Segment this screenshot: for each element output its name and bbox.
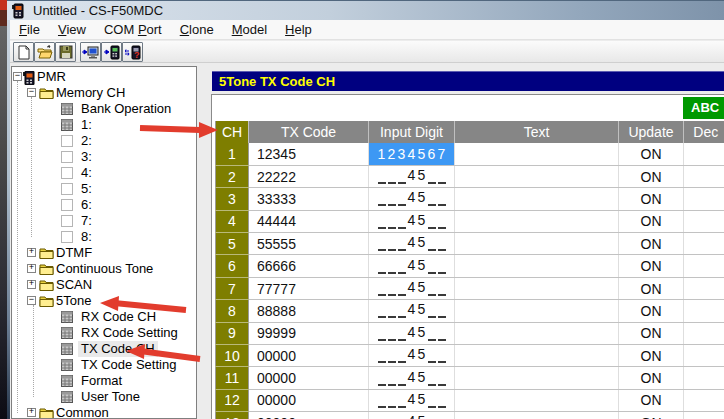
tree-item-memory-ch[interactable]: Memory CH — [53, 85, 128, 101]
cell-input-digit-9[interactable]: 45 — [369, 322, 455, 344]
cell-tx-code-2[interactable]: 22222 — [249, 165, 369, 187]
cell-input-digit-2[interactable]: 45 — [369, 165, 455, 187]
cell-tx-code-3[interactable]: 33333 — [249, 188, 369, 210]
cell-update-13[interactable]: ON — [619, 412, 684, 419]
cell-text-9[interactable] — [455, 322, 619, 344]
cell-tx-code-7[interactable]: 77777 — [249, 277, 369, 299]
cell-tx-code-5[interactable]: 55555 — [249, 233, 369, 255]
tree-item-7[interactable]: 7: — [78, 213, 95, 229]
abc-button[interactable]: ABC — [683, 97, 724, 119]
tree-item-dtmf[interactable]: DTMF — [53, 245, 95, 261]
cell-update-1[interactable]: ON — [619, 143, 684, 165]
cell-input-digit-11[interactable]: 45 — [369, 367, 455, 389]
tree-item-common[interactable]: Common — [53, 405, 112, 419]
tree-item-1[interactable]: 1: — [78, 117, 95, 133]
cell-text-6[interactable] — [455, 255, 619, 277]
expand-toggle-continuous-tone[interactable]: + — [27, 264, 36, 273]
cell-input-digit-7[interactable]: 45 — [369, 277, 455, 299]
cell-input-digit-5[interactable]: 45 — [369, 233, 455, 255]
cell-input-digit-1[interactable]: 1234567 — [369, 143, 455, 165]
expand-toggle-dtmf[interactable]: + — [27, 248, 36, 257]
tree-item-5tone[interactable]: 5Tone — [53, 293, 94, 309]
tree-item-tx-code-ch[interactable]: TX Code CH — [78, 341, 158, 357]
cell-update-4[interactable]: ON — [619, 210, 684, 232]
collapse-toggle-pmr[interactable]: − — [13, 72, 22, 81]
clone-write-button[interactable] — [101, 42, 122, 62]
cell-input-digit-6[interactable]: 45 — [369, 255, 455, 277]
cell-update-5[interactable]: ON — [619, 233, 684, 255]
cell-input-digit-10[interactable]: 45 — [369, 345, 455, 367]
cell-tx-code-10[interactable]: 00000 — [249, 345, 369, 367]
cell-tx-code-4[interactable]: 44444 — [249, 210, 369, 232]
save-button[interactable] — [55, 42, 76, 62]
cell-text-2[interactable] — [455, 165, 619, 187]
cell-update-8[interactable]: ON — [619, 300, 684, 322]
cell-tx-code-8[interactable]: 88888 — [249, 300, 369, 322]
collapse-toggle-memory-ch[interactable]: − — [27, 88, 36, 97]
cell-text-4[interactable] — [455, 210, 619, 232]
cell-update-10[interactable]: ON — [619, 345, 684, 367]
cell-update-3[interactable]: ON — [619, 188, 684, 210]
cell-tx-code-9[interactable]: 99999 — [249, 322, 369, 344]
clone-read-button[interactable] — [80, 42, 101, 62]
cell-update-9[interactable]: ON — [619, 322, 684, 344]
tree-item-8[interactable]: 8: — [78, 229, 95, 245]
menu-file[interactable]: File — [10, 20, 49, 39]
cell-dec-5[interactable] — [684, 233, 724, 255]
clone-info-button[interactable]: ? — [122, 42, 143, 62]
cell-text-7[interactable] — [455, 277, 619, 299]
cell-input-digit-3[interactable]: 45 — [369, 188, 455, 210]
cell-dec-4[interactable] — [684, 210, 724, 232]
menu-com-port[interactable]: COM Port — [95, 20, 171, 39]
cell-tx-code-6[interactable]: 66666 — [249, 255, 369, 277]
cell-dec-3[interactable] — [684, 188, 724, 210]
tree-item-6[interactable]: 6: — [78, 197, 95, 213]
cell-tx-code-1[interactable]: 12345 — [249, 143, 369, 165]
tree-item-3[interactable]: 3: — [78, 149, 95, 165]
expand-toggle-common[interactable]: + — [27, 408, 36, 417]
cell-input-digit-4[interactable]: 45 — [369, 210, 455, 232]
cell-dec-8[interactable] — [684, 300, 724, 322]
tree-item-rx-code-setting[interactable]: RX Code Setting — [78, 325, 181, 341]
cell-dec-12[interactable] — [684, 389, 724, 411]
open-file-button[interactable] — [34, 42, 55, 62]
expand-toggle-scan[interactable]: + — [27, 280, 36, 289]
cell-dec-6[interactable] — [684, 255, 724, 277]
cell-tx-code-11[interactable]: 00000 — [249, 367, 369, 389]
cell-update-6[interactable]: ON — [619, 255, 684, 277]
cell-text-13[interactable] — [455, 412, 619, 419]
menu-model[interactable]: Model — [223, 20, 276, 39]
cell-update-2[interactable]: ON — [619, 165, 684, 187]
collapse-toggle-5tone[interactable]: − — [27, 296, 36, 305]
cell-tx-code-12[interactable]: 00000 — [249, 389, 369, 411]
menu-clone[interactable]: Clone — [171, 20, 223, 39]
tree-item-bank-operation[interactable]: Bank Operation — [78, 101, 174, 117]
cell-input-digit-8[interactable]: 45 — [369, 300, 455, 322]
cell-dec-1[interactable] — [684, 143, 724, 165]
cell-dec-10[interactable] — [684, 345, 724, 367]
cell-dec-2[interactable] — [684, 165, 724, 187]
cell-update-11[interactable]: ON — [619, 367, 684, 389]
cell-tx-code-13[interactable]: 00000 — [249, 412, 369, 419]
cell-text-11[interactable] — [455, 367, 619, 389]
cell-text-8[interactable] — [455, 300, 619, 322]
tree-item-5[interactable]: 5: — [78, 181, 95, 197]
cell-dec-13[interactable] — [684, 412, 724, 419]
cell-text-10[interactable] — [455, 345, 619, 367]
cell-input-digit-13[interactable]: 45 — [369, 412, 455, 419]
menu-view[interactable]: View — [49, 20, 95, 39]
tree-item-format[interactable]: Format — [78, 373, 125, 389]
cell-input-digit-12[interactable]: 45 — [369, 389, 455, 411]
menu-help[interactable]: Help — [276, 20, 321, 39]
cell-dec-11[interactable] — [684, 367, 724, 389]
cell-update-7[interactable]: ON — [619, 277, 684, 299]
cell-dec-7[interactable] — [684, 277, 724, 299]
tree-item-scan[interactable]: SCAN — [53, 277, 95, 293]
tree-item-tx-code-setting[interactable]: TX Code Setting — [78, 357, 179, 373]
tree-item-continuous-tone[interactable]: Continuous Tone — [53, 261, 156, 277]
cell-text-1[interactable] — [455, 143, 619, 165]
new-file-button[interactable] — [13, 42, 34, 62]
tree-item-pmr[interactable]: PMR — [34, 69, 69, 85]
tree-item-2[interactable]: 2: — [78, 133, 95, 149]
tree-item-user-tone[interactable]: User Tone — [78, 389, 143, 405]
